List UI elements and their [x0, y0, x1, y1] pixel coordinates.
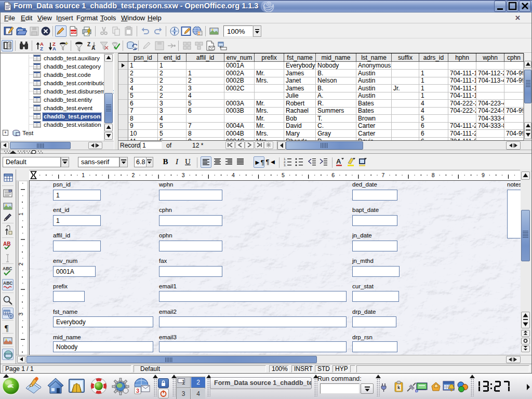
svg-text:A: A [52, 46, 56, 51]
svg-text:1: 1 [19, 212, 24, 216]
svg-text:Z: Z [87, 42, 90, 47]
svg-text:2: 2 [131, 172, 135, 178]
svg-text:4: 4 [232, 172, 235, 178]
svg-text:Z: Z [40, 46, 43, 51]
svg-text:ABC: ABC [3, 266, 12, 271]
svg-text:ABC: ABC [3, 281, 12, 286]
svg-text:8: 8 [432, 172, 435, 178]
svg-text:9: 9 [482, 172, 485, 178]
svg-text:A: A [336, 157, 341, 165]
svg-text:3: 3 [136, 388, 139, 394]
svg-text:5: 5 [282, 172, 285, 178]
svg-text:¶: ¶ [5, 324, 9, 332]
svg-text:7: 7 [381, 172, 384, 178]
svg-text:1: 1 [82, 172, 85, 178]
svg-text:3: 3 [19, 313, 24, 316]
svg-text:PDF: PDF [71, 31, 77, 34]
svg-text:3: 3 [182, 172, 185, 178]
svg-text:3.: 3. [284, 164, 286, 167]
svg-text:2: 2 [19, 262, 24, 265]
svg-text:6: 6 [331, 172, 335, 178]
